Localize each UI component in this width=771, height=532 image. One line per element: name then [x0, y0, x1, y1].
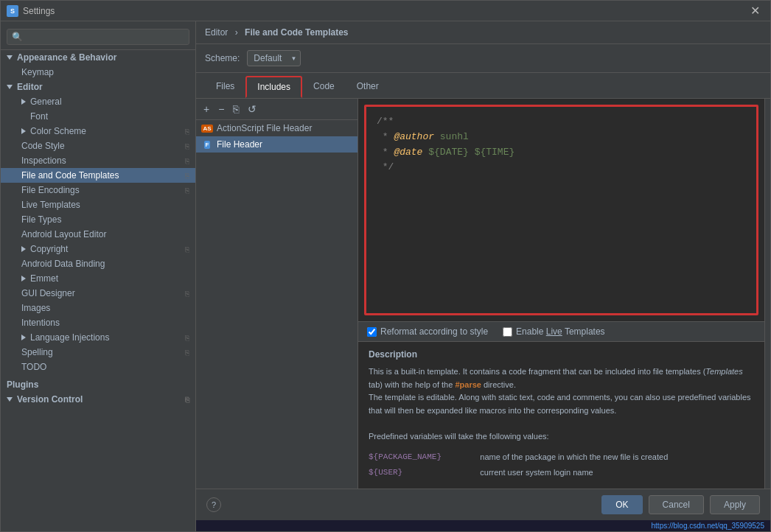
sidebar-item-code-style[interactable]: Code Style ⎘: [1, 139, 195, 153]
code-line-2: * @author sunhl: [377, 130, 746, 145]
add-button[interactable]: +: [200, 102, 212, 116]
table-row: ${USER} current user system login name: [369, 465, 754, 481]
var-desc: name of the package in which the new fil…: [480, 449, 754, 466]
sidebar-item-inspections[interactable]: Inspections ⎘: [1, 153, 195, 168]
copy-icon: ⎘: [185, 142, 189, 150]
sidebar-item-gui-designer[interactable]: GUI Designer ⎘: [1, 286, 195, 301]
remove-button[interactable]: −: [215, 102, 227, 116]
sidebar-item-label: GUI Designer: [21, 288, 75, 298]
variable-table: ${PACKAGE_NAME} name of the package in w…: [369, 449, 754, 481]
sidebar-item-live-templates[interactable]: Live Templates: [1, 197, 195, 212]
table-row: ${PACKAGE_NAME} name of the package in w…: [369, 449, 754, 466]
sidebar-item-label: Android Data Binding: [21, 259, 105, 269]
code-editor[interactable]: /** * @author sunhl * @date ${DATE} ${TI…: [364, 105, 758, 315]
copy-icon: ⎘: [185, 349, 189, 357]
sidebar-item-intentions[interactable]: Intentions: [1, 315, 195, 330]
sidebar-item-label: File and Code Templates: [21, 170, 119, 181]
main-content: Appearance & Behavior Keymap Editor Gene…: [1, 21, 770, 531]
sidebar-item-spelling[interactable]: Spelling ⎘: [1, 345, 195, 360]
sidebar-item-copyright[interactable]: Copyright ⎘: [1, 242, 195, 256]
sidebar-item-label: Keymap: [21, 67, 54, 77]
sidebar-item-label: Appearance & Behavior: [17, 52, 116, 63]
copy-icon: ⎘: [185, 245, 189, 253]
tab-files[interactable]: Files: [205, 76, 245, 98]
expand-icon: [21, 335, 26, 340]
url-bar: https://blog.csdn.net/qq_35909525: [196, 520, 770, 531]
code-line-3: * @date ${DATE} ${TIME}: [377, 145, 746, 161]
cancel-button[interactable]: Cancel: [649, 495, 704, 514]
sidebar-item-plugins[interactable]: Plugins: [1, 377, 195, 392]
settings-window: S Settings ✕ Appearance & Behavior Keyma…: [0, 0, 771, 532]
reformat-checkbox-label[interactable]: Reformat according to style: [367, 326, 488, 337]
ok-button[interactable]: OK: [601, 495, 642, 514]
right-panel: Editor › File and Code Templates Scheme:…: [196, 21, 770, 531]
sidebar-item-label: Version Control: [17, 394, 83, 405]
breadcrumb-current: File and Code Templates: [245, 27, 348, 38]
sidebar-item-file-types[interactable]: File Types: [1, 212, 195, 227]
var-desc: current user system login name: [480, 465, 754, 481]
window-title: Settings: [23, 6, 746, 16]
help-button[interactable]: ?: [206, 497, 221, 512]
sidebar-item-label: Plugins: [7, 379, 38, 390]
sidebar-item-todo[interactable]: TODO: [1, 360, 195, 374]
copy-button[interactable]: ⎘: [230, 102, 242, 116]
scheme-row: Scheme: Default Project: [196, 44, 770, 73]
file-item-file-header[interactable]: F File Header: [196, 136, 357, 153]
editor-area: + − ⎘ ↺ AS ActionScript File Header: [196, 99, 770, 489]
search-bar: [1, 24, 195, 50]
sidebar-item-file-encodings[interactable]: File Encodings ⎘: [1, 183, 195, 197]
code-text: [469, 147, 475, 158]
breadcrumb: Editor › File and Code Templates: [196, 21, 770, 44]
sidebar-item-emmet[interactable]: Emmet: [1, 271, 195, 286]
search-input[interactable]: [7, 29, 189, 45]
sidebar-item-editor[interactable]: Editor: [1, 80, 195, 94]
code-line-1: /**: [377, 114, 746, 130]
sidebar-item-label: Live Templates: [21, 200, 80, 210]
file-item-label: File Header: [217, 139, 262, 150]
close-button[interactable]: ✕: [746, 2, 764, 19]
reset-button[interactable]: ↺: [245, 102, 259, 116]
sidebar-item-label: Android Layout Editor: [21, 229, 106, 239]
tab-other[interactable]: Other: [346, 76, 390, 98]
bottom-options: Reformat according to style Enable Live …: [358, 321, 764, 341]
scrollbar[interactable]: [764, 99, 770, 489]
tab-code[interactable]: Code: [302, 76, 346, 98]
expand-icon: [21, 128, 26, 134]
sidebar-item-label: Spelling: [21, 347, 53, 357]
sidebar-item-appearance[interactable]: Appearance & Behavior: [1, 50, 195, 65]
var-name: ${USER}: [369, 465, 480, 481]
sidebar-item-label: Emmet: [30, 273, 58, 284]
sidebar-item-font[interactable]: Font: [1, 109, 195, 124]
reformat-checkbox[interactable]: [367, 327, 377, 337]
tab-includes[interactable]: Includes: [245, 76, 302, 98]
sidebar-item-label: Images: [21, 303, 50, 313]
code-panel: /** * @author sunhl * @date ${DATE} ${TI…: [358, 99, 764, 489]
sidebar-item-file-and-code-templates[interactable]: File and Code Templates ⎘: [1, 168, 195, 183]
sidebar: Appearance & Behavior Keymap Editor Gene…: [1, 21, 196, 531]
expand-icon: [21, 276, 26, 281]
breadcrumb-sep: ›: [235, 27, 238, 38]
sidebar-item-color-scheme[interactable]: Color Scheme ⎘: [1, 124, 195, 139]
sidebar-item-android-data-binding[interactable]: Android Data Binding: [1, 256, 195, 271]
file-item-actionscript[interactable]: AS ActionScript File Header: [196, 120, 357, 136]
apply-button[interactable]: Apply: [710, 495, 760, 514]
description-title: Description: [369, 349, 754, 360]
code-text: /**: [377, 116, 394, 127]
live-templates-label: Enable Live Templates: [516, 326, 605, 337]
sidebar-item-version-control[interactable]: Version Control ⎘: [1, 392, 195, 407]
expand-icon: [21, 99, 26, 105]
sidebar-item-language-injections[interactable]: Language Injections ⎘: [1, 330, 195, 345]
code-text: *: [377, 131, 394, 142]
sidebar-item-android-layout-editor[interactable]: Android Layout Editor: [1, 227, 195, 242]
code-text: ${TIME}: [475, 147, 515, 158]
sidebar-item-general[interactable]: General: [1, 94, 195, 109]
live-templates-checkbox-label[interactable]: Enable Live Templates: [503, 326, 605, 337]
sidebar-item-label: Language Injections: [30, 332, 109, 343]
scheme-select[interactable]: Default Project: [247, 50, 301, 66]
app-icon: S: [7, 5, 18, 17]
copy-icon: ⎘: [185, 127, 189, 136]
sidebar-item-keymap[interactable]: Keymap: [1, 65, 195, 80]
live-templates-checkbox[interactable]: [503, 327, 512, 337]
sidebar-item-images[interactable]: Images: [1, 301, 195, 315]
copy-icon: ⎘: [185, 334, 189, 342]
